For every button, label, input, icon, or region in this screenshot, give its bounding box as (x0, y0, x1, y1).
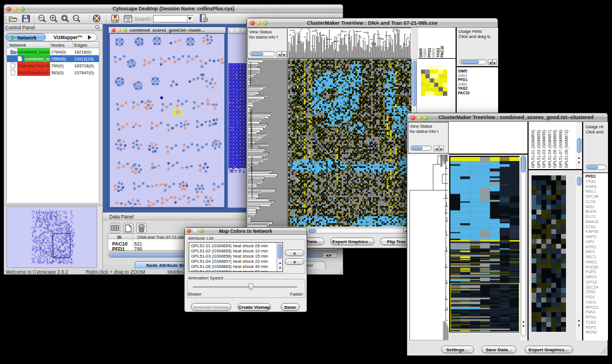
svg-text:GPL51-03 (GSM856): GPL51-03 (GSM856) (542, 130, 546, 168)
svg-text:GPL51-06 (GSM865): GPL51-06 (GSM865) (553, 130, 557, 168)
svg-text:GPL51-02 (GSM855): GPL51-02 (GSM855) (537, 130, 541, 168)
svg-text:YKE2: YKE2 (436, 48, 440, 58)
svg-text:PFD1: PFD1 (427, 48, 431, 58)
svg-text:GPL51-01 (GSM854): GPL51-01 (GSM854) (531, 130, 536, 168)
svg-text:GPL51-08 (GSM872): GPL51-08 (GSM872) (564, 130, 569, 168)
svg-text:GIM4: GIM4 (423, 48, 427, 58)
svg-text:PAC10: PAC10 (440, 45, 444, 58)
svg-text:1:1: 1:1 (74, 17, 78, 20)
svg-text:GPL51-07 (GSM868): GPL51-07 (GSM868) (559, 130, 563, 168)
svg-text:GPL51-04 (GSM857): GPL51-04 (GSM857) (548, 130, 552, 168)
svg-text:GIM3: GIM3 (431, 48, 435, 58)
svg-text:GIM5: GIM5 (419, 48, 423, 58)
